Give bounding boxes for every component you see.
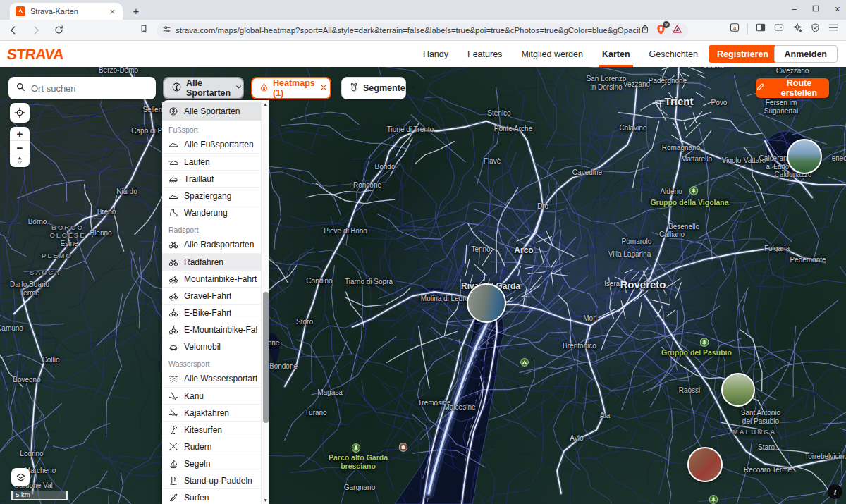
sport-option-traillauf[interactable]: Traillauf — [162, 170, 261, 187]
reload-icon[interactable] — [49, 22, 68, 39]
sport-option-surfen[interactable]: Surfen — [162, 488, 261, 504]
tune-icon[interactable] — [162, 24, 171, 37]
segments-filter-chip[interactable]: Segmente — [341, 77, 406, 99]
search-tabs-icon[interactable]: a — [729, 22, 740, 36]
browser-tab[interactable]: Strava-Karten × — [10, 3, 123, 20]
nav-mitglied-werden[interactable]: Mitglied werden — [521, 41, 583, 67]
close-icon[interactable] — [319, 83, 328, 94]
mtb-icon — [168, 274, 184, 284]
sport-option-segeln[interactable]: Segeln — [162, 455, 261, 472]
sport-option-kanu[interactable]: Kanu — [162, 387, 261, 404]
menu-icon[interactable] — [828, 22, 839, 36]
sport-option-label: Spaziergang — [184, 191, 231, 201]
sport-option-label: Segeln — [184, 459, 210, 469]
sport-option-label: Laufen — [184, 157, 210, 167]
window-minimize-button[interactable]: – — [792, 3, 797, 16]
zoom-in-button[interactable]: + — [10, 127, 30, 140]
sport-option-alle-radsportarten[interactable]: Alle Radsportarten — [162, 236, 261, 253]
ebike-icon — [168, 308, 184, 318]
brave-shield-icon[interactable]: 9 — [656, 24, 666, 37]
sport-option-e-mountainbike-fahrt[interactable]: E-Mountainbike-Fahrt — [162, 321, 261, 338]
sidebar-icon[interactable] — [755, 22, 766, 36]
url-text[interactable]: strava.com/maps/global-heatmap?sport=All… — [176, 26, 640, 35]
kite-icon — [168, 425, 184, 435]
dropdown-scrollbar[interactable]: ▲ ▼ — [261, 100, 269, 504]
strava-logo[interactable]: STRAVA — [6, 46, 65, 63]
nav-handy[interactable]: Handy — [423, 41, 448, 67]
row-icon — [168, 442, 184, 452]
tab-close-icon[interactable]: × — [107, 6, 117, 17]
forward-icon[interactable] — [27, 22, 45, 39]
chevron-down-icon — [235, 83, 243, 93]
browser-tab-strip: Strava-Karten × + – × — [0, 0, 846, 20]
sport-option-label: Alle Radsportarten — [184, 240, 254, 250]
new-tab-button[interactable]: + — [130, 5, 142, 17]
heatmaps-filter-chip[interactable]: Heatmaps (1) — [251, 77, 331, 99]
leo-ai-icon[interactable] — [792, 22, 803, 36]
sport-option-kitesurfen[interactable]: Kitesurfen — [162, 421, 261, 438]
scroll-up-icon[interactable]: ▲ — [262, 102, 269, 106]
sport-section-wassersport: Wassersport — [162, 355, 261, 370]
map-scale: 5 km — [11, 491, 68, 500]
scroll-down-icon[interactable]: ▼ — [262, 498, 269, 503]
sport-option-wanderung[interactable]: Wanderung — [162, 204, 261, 221]
waves-icon — [168, 374, 184, 383]
vpn-shield-icon[interactable] — [810, 23, 821, 36]
layers-button[interactable] — [11, 468, 30, 486]
sport-option-velomobil[interactable]: Velomobil — [162, 338, 261, 355]
sport-option-mountainbike-fahrt[interactable]: Mountainbike-Fahrt — [162, 270, 261, 287]
sport-option-label: Wanderung — [184, 208, 228, 218]
zoom-out-button[interactable]: − — [10, 140, 30, 154]
heatmaps-chip-label: Heatmaps (1) — [273, 78, 315, 98]
sport-option-stand-up-paddeln[interactable]: Stand-up-Paddeln — [162, 472, 261, 488]
sport-option-label: Alle Sportarten — [184, 106, 240, 116]
sport-option-alle-wassersportarten[interactable]: Alle Wassersportarten — [162, 370, 261, 387]
nav-karten[interactable]: Karten — [602, 41, 630, 67]
browser-toolbar: strava.com/maps/global-heatmap?sport=All… — [0, 20, 846, 41]
window-maximize-button[interactable] — [812, 3, 819, 16]
brave-rewards-icon[interactable] — [672, 24, 682, 37]
surf-icon — [168, 493, 184, 503]
heatmap-trails — [0, 67, 846, 504]
sport-option-kajakfahren[interactable]: Kajakfahren — [162, 404, 261, 421]
sports-filter-chip[interactable]: Alle Sportarten — [163, 77, 244, 99]
sport-option-alle-sportarten[interactable]: Alle Sportarten — [162, 102, 261, 121]
sport-option-radfahren[interactable]: Radfahren — [162, 253, 261, 270]
sport-option-label: Alle Wassersportarten — [184, 374, 257, 383]
search-input[interactable] — [31, 83, 137, 94]
shoe-trail-icon — [168, 174, 184, 184]
sport-option-rudern[interactable]: Rudern — [162, 438, 261, 455]
sport-option-spaziergang[interactable]: Spaziergang — [162, 187, 261, 204]
locate-button[interactable] — [10, 103, 30, 123]
all-sports-icon — [168, 106, 184, 116]
velomobile-icon — [168, 342, 184, 352]
url-bar[interactable]: strava.com/maps/global-heatmap?sport=All… — [157, 23, 688, 38]
heatmap-canvas[interactable]: TrientRoveretoArcoRiva del GardaPovoFers… — [0, 67, 846, 504]
bookmark-icon[interactable] — [139, 24, 149, 37]
medal-icon — [349, 82, 359, 94]
sport-option-laufen[interactable]: Laufen — [162, 153, 261, 170]
sport-option-gravel-fahrt[interactable]: Gravel-Fahrt — [162, 287, 261, 304]
pencil-icon — [756, 82, 765, 94]
wallet-icon[interactable] — [773, 22, 785, 36]
back-icon[interactable] — [4, 22, 23, 39]
register-button[interactable]: Registrieren — [709, 45, 777, 63]
nav-geschichten[interactable]: Geschichten — [649, 41, 698, 67]
sport-option-e-bike-fahrt[interactable]: E-Bike-Fahrt — [162, 304, 261, 321]
scrollbar-thumb[interactable] — [263, 292, 269, 423]
window-close-button[interactable]: × — [835, 3, 840, 16]
share-icon[interactable] — [640, 24, 650, 37]
nav-features[interactable]: Features — [467, 41, 502, 67]
sport-option-label: E-Bike-Fahrt — [184, 308, 231, 318]
pitch-toggle-button[interactable] — [10, 154, 30, 167]
sail-icon — [168, 459, 184, 469]
segments-chip-label: Segmente — [363, 83, 405, 93]
login-button[interactable]: Anmelden — [774, 45, 838, 63]
sport-option-alle-fußsportarten[interactable]: Alle Fußsportarten — [162, 136, 261, 153]
emtb-icon — [168, 325, 184, 335]
sports-dropdown-menu: Alle SportartenFußsportAlle Fußsportarte… — [162, 100, 269, 504]
create-route-button[interactable]: Route erstellen — [756, 78, 829, 98]
map-info-button[interactable]: i — [828, 484, 842, 499]
location-search[interactable] — [8, 77, 156, 99]
svg-text:a: a — [733, 25, 736, 31]
